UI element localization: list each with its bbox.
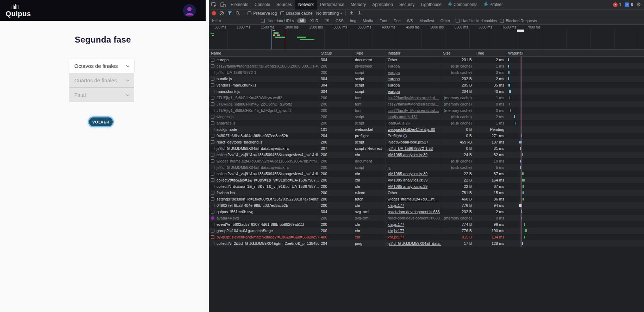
initiator-link[interactable]: europa (388, 77, 400, 81)
tab-elements[interactable]: Elements (227, 0, 251, 9)
request-row[interactable]: js?id=G-JGJDM59X04&l=dataLayer&cx=c200sc… (209, 164, 644, 171)
column-header-time[interactable]: Time (474, 50, 506, 57)
initiator-link[interactable]: widget_iframe.e2f47d0....ht... (388, 197, 438, 201)
request-row[interactable]: 048027ef-9ba8-404e-9f8b-c037ed8ac52b200x… (209, 202, 644, 209)
settings-gear-icon[interactable]: ⚙ (637, 1, 641, 8)
volver-button[interactable]: VOLVER (89, 117, 113, 126)
filter-input[interactable] (212, 18, 258, 23)
preserve-log-checkbox[interactable]: Preserve log (248, 11, 277, 16)
request-row[interactable]: JTUSjIg1_i6t8kCHKm459Wlhyw.woff2200fontc… (209, 95, 644, 101)
request-row[interactable]: event?e=5602ac57-6307-4d61-8f8b-bb89269a… (209, 221, 644, 228)
column-header-name[interactable]: Name (209, 50, 319, 57)
tab-profiler[interactable]: Profiler (481, 0, 506, 9)
filter-pill-doc[interactable]: Doc (391, 18, 403, 23)
initiator-link[interactable]: VM1085 analytics.js:39 (388, 178, 427, 182)
initiator-link[interactable]: VM1085 analytics.js:39 (388, 172, 427, 176)
blocked-requests-checkbox[interactable]: Blocked Requests (500, 19, 537, 23)
request-row[interactable]: europa304documentOther201 B2 ms (209, 57, 644, 63)
filter-pill-ws[interactable]: WS (404, 18, 415, 23)
initiator-link[interactable]: europa (388, 64, 400, 68)
request-row[interactable]: quipus.1561ee0b.svg304svg+xmlreact-dom.d… (209, 209, 644, 215)
filter-pill-js[interactable]: JS (322, 18, 332, 23)
initiator-link[interactable]: europa (388, 89, 400, 94)
request-row[interactable]: collect?t=dc&aip=1&_r=3&v=1&_v=j91&tid=U… (209, 177, 644, 183)
inspect-element-icon[interactable] (209, 0, 218, 9)
filter-pill-all[interactable]: All (297, 18, 306, 23)
request-row[interactable]: widgets.js200scriptloadjs.umd.js:181(dis… (209, 114, 644, 120)
request-row[interactable]: bundle.js304scripteuropa202 B2 ms (209, 76, 644, 82)
clear-button[interactable] (219, 11, 224, 15)
request-row[interactable]: settings?session_id=1f6ef68fd3f723a70352… (209, 196, 644, 202)
initiator-link[interactable]: VM1085 analytics.js:39 (388, 184, 427, 189)
initiator-link[interactable]: europa (388, 83, 400, 87)
request-row[interactable]: react_devtools_backend.js200scriptinject… (209, 139, 644, 145)
column-header-initiator[interactable]: Initiator (386, 50, 441, 57)
tab-memory[interactable]: Memory (348, 0, 369, 9)
request-row[interactable]: JTURjIg1_i6t8kCHKm45_ZpC3gnD_g.woff2200f… (209, 101, 644, 107)
tab-performance[interactable]: Performance (317, 0, 348, 9)
column-header-waterfall[interactable]: Waterfall (506, 50, 643, 57)
initiator-link[interactable]: europa (388, 70, 400, 75)
request-row[interactable]: collect?v=1&_v=j91&a=1384509456&t=pagevi… (209, 171, 644, 177)
initiator-link[interactable]: xhr.js:177 (388, 222, 404, 227)
network-overview-timeline[interactable]: 500 ms1000 ms1500 ms2000 ms2500 ms3000 m… (209, 25, 644, 50)
initiator-link[interactable]: css2?family=Montserrat:ital,... (388, 102, 439, 106)
initiator-link[interactable]: webpackHotDevClient.js:60 (388, 127, 435, 132)
column-header-type[interactable]: Type (353, 50, 386, 57)
request-row[interactable]: widget_iframe.e2f47d03e592fe463d11656051… (209, 158, 644, 164)
hide-data-urls-checkbox[interactable]: Hide data URLs (261, 19, 294, 23)
filter-pill-manifest[interactable]: Manifest (417, 18, 437, 23)
request-row[interactable]: css2?family=Montserrat:ital,wght@0,100;0… (209, 63, 644, 69)
column-header-size[interactable]: Size (441, 50, 474, 57)
request-row[interactable]: 048027ef-9ba8-404e-9f8b-c037ed8ac52b204p… (209, 133, 644, 139)
column-header-status[interactable]: Status (319, 50, 353, 57)
quipus-logo[interactable]: Quipus (6, 4, 31, 17)
initiator-link[interactable]: react-dom.development.js:683 (388, 216, 440, 220)
request-row[interactable]: js?id=UA-158679872-1200scripteuropa(disk… (209, 69, 644, 76)
request-row[interactable]: sockjs-node101websocketwebpackHotDevClie… (209, 126, 644, 133)
select-octavos[interactable]: Octavos de finales (69, 59, 134, 73)
tab-security[interactable]: Security (396, 0, 418, 9)
request-row[interactable]: analytics.js200scriptloadGA.js:26(disk c… (209, 120, 644, 126)
request-row[interactable]: JTURjIg1_i6t8kCHKm45_bZF3gnD_g.woff2200f… (209, 107, 644, 114)
initiator-link[interactable]: xhr.js:177 (388, 203, 404, 208)
import-har-icon[interactable] (349, 11, 354, 15)
request-row[interactable]: collect?t=dc&aip=1&_r=3&v=1&_v=j91&tid=U… (209, 183, 644, 190)
initiator-link[interactable]: xhr.js:177 (388, 235, 404, 239)
initiator-link[interactable]: injectGlobalHook.js:527 (388, 140, 429, 144)
request-row[interactable]: vendors~main.chunk.js304scripteuropa205 … (209, 82, 644, 88)
initiator-link[interactable]: VM1085 analytics.js:39 (388, 153, 427, 157)
request-row[interactable]: favicon.ico200x-iconOther781 B15 ms (209, 190, 644, 196)
request-row[interactable]: collect?v=1&_v=j91&a=1384509456&t=pagevi… (209, 152, 644, 158)
initiator-link[interactable]: js?id=G-JGJDM59X04&l=data... (388, 241, 441, 246)
search-icon[interactable] (236, 11, 240, 15)
filter-toggle-icon[interactable] (227, 11, 232, 15)
tab-network[interactable]: Network (295, 0, 317, 9)
filter-pill-font[interactable]: Font (377, 18, 390, 23)
tab-components[interactable]: Components (445, 0, 481, 9)
request-row[interactable]: js?id=G-JGJDM59X04&l=dataLayer&cx=c307sc… (209, 145, 644, 152)
initiator-link[interactable]: js (388, 165, 390, 170)
filter-pill-img[interactable]: Img (348, 18, 359, 23)
filter-pill-xhr[interactable]: XHR (308, 18, 321, 23)
request-row[interactable]: main.chunk.js304scripteuropa204 B40 ms (209, 88, 644, 95)
tab-console[interactable]: Console (251, 0, 273, 9)
disable-cache-checkbox[interactable]: Disable cache (280, 11, 312, 16)
request-row[interactable]: by-quipus-event-and-match-stage?l=100&o=… (209, 234, 644, 240)
export-har-icon[interactable] (357, 11, 362, 15)
app-scrollbar[interactable] (206, 0, 209, 312)
request-row[interactable]: group?l=10&o=0&g=matchStage200xhrxhr.js:… (209, 228, 644, 234)
filter-pill-css[interactable]: CSS (333, 18, 346, 23)
filter-pill-media[interactable]: Media (360, 18, 376, 23)
issues-badge[interactable]: ▫ 6 (625, 2, 633, 7)
has-blocked-cookies-checkbox[interactable]: Has blocked cookies (456, 19, 497, 23)
device-toolbar-icon[interactable] (218, 0, 227, 9)
record-button[interactable] (212, 11, 216, 15)
initiator-link[interactable]: react-dom.development.js:683 (388, 210, 440, 214)
error-badge[interactable]: × 1 (613, 2, 621, 7)
initiator-link[interactable]: xhr.js:177 (388, 229, 404, 233)
filter-pill-other[interactable]: Other (438, 18, 453, 23)
tab-sources[interactable]: Sources (273, 0, 295, 9)
request-row[interactable]: collect?v=2&tid=G-JGJDM59X04&gtm=2oe6n0&… (209, 240, 644, 247)
tab-application[interactable]: Application (369, 0, 396, 9)
